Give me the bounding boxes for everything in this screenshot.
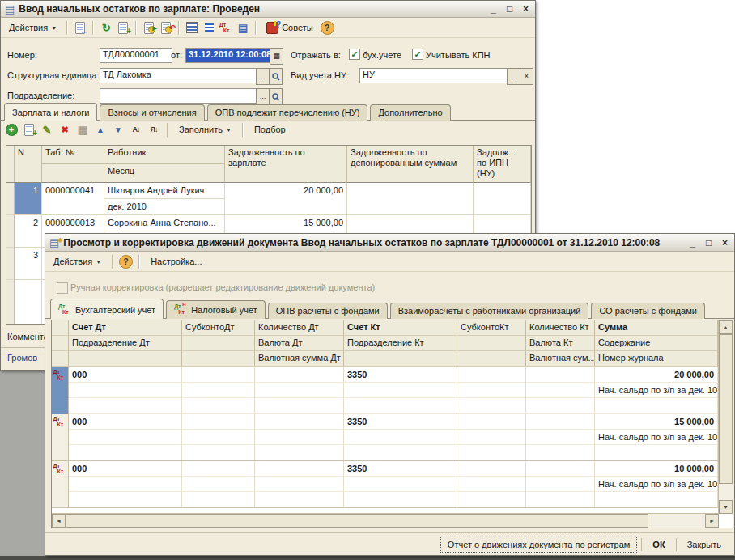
actions-menu-button[interactable]: Действия ▼ <box>49 254 106 269</box>
add-row-icon[interactable]: + <box>4 122 19 137</box>
tab-tax-accounting[interactable]: ДтНКт Налоговый учет <box>166 300 266 319</box>
document-toolbar: Действия ▼ ← ↻ + ► ↶ ДтКт ▤ ? Советы ? <box>1 18 535 38</box>
list-settings-icon[interactable] <box>202 20 216 35</box>
move-down-icon[interactable]: ▼ <box>111 122 125 137</box>
manual-correction-checkbox[interactable] <box>57 282 68 294</box>
number-label: Номер: <box>7 50 37 60</box>
movements-table[interactable]: Счет Дт СубконтоДт Количество Дт Счет Кт… <box>51 320 733 528</box>
minimize-button[interactable]: _ <box>488 3 499 15</box>
button-divider <box>676 538 677 551</box>
tab-opv-transfer[interactable]: ОПВ подлежит перечислению (НУ) <box>207 104 368 121</box>
tab-contributions[interactable]: Взносы и отчисления <box>100 104 204 121</box>
kpn-checkbox[interactable]: ✓ <box>412 49 423 60</box>
movement-row[interactable]: ДтКт 000 3350 20 000,00 Нач. сальдо по з… <box>52 367 733 414</box>
movements-table-header: Счет Дт СубконтоДт Количество Дт Счет Кт… <box>52 320 733 367</box>
pick-button[interactable]: Подбор <box>249 122 291 137</box>
toolbar-separator <box>135 21 137 35</box>
ok-button[interactable]: ОК <box>646 537 671 552</box>
accounting-checkbox-label: бух.учете <box>363 50 401 60</box>
row-selector[interactable]: ДтКт <box>52 461 69 507</box>
close-dialog-button[interactable]: Закрыть <box>681 537 728 552</box>
horizontal-scroll-thumb[interactable] <box>66 514 648 528</box>
scroll-left-button[interactable]: ◄ <box>52 514 66 528</box>
movements-toolbar: Действия ▼ ? Настройка... <box>45 252 734 272</box>
movements-title: Просмотр и корректировка движений докуме… <box>63 237 683 248</box>
date-field[interactable]: 31.12.2010 12:00:08 <box>185 48 270 63</box>
calendar-button[interactable]: ▦ <box>270 48 283 65</box>
close-button[interactable]: × <box>520 3 531 15</box>
structural-unit-field[interactable]: ТД Лакомка <box>100 68 257 83</box>
sort-descending-icon[interactable]: Я↓ <box>147 122 161 137</box>
refresh-icon[interactable]: ↻ <box>99 20 113 35</box>
row-selector[interactable]: ДтКт <box>52 367 69 414</box>
dialog-buttons: Отчет о движениях документа по регистрам… <box>45 532 734 555</box>
nu-type-label: Вид учета НУ: <box>291 70 349 80</box>
employees-table-header: N Таб. № РаботникМесяц Задолженность по … <box>6 146 531 183</box>
number-field[interactable]: ТДЛ00000001 <box>100 48 172 63</box>
move-up-icon[interactable]: ▲ <box>93 122 108 137</box>
structural-unit-label: Структурная единица: <box>7 70 99 80</box>
fill-menu-button[interactable]: Заполнить▼ <box>174 122 236 137</box>
nu-type-field[interactable]: НУ <box>359 68 508 83</box>
dtkt-nu-icon: ДтНКт <box>174 303 188 316</box>
table-row[interactable]: 1 0000000041 Шкляров Андрей Лукичдек. 20… <box>6 183 531 215</box>
tab-settlements-employees[interactable]: Взаиморасчеты с работниками организаций <box>390 303 589 319</box>
department-field[interactable] <box>100 88 257 104</box>
header-debt-salary: Задолженность по зарплате <box>225 146 347 183</box>
vertical-scroll-thumb[interactable] <box>719 334 733 484</box>
magnifier-icon <box>272 93 280 101</box>
kpn-checkbox-label: Учитывать КПН <box>426 50 491 60</box>
maximize-button[interactable]: □ <box>703 237 714 248</box>
scroll-right-button[interactable]: ► <box>705 514 719 528</box>
document-titlebar[interactable]: ▤ Ввод начальных остатков по зарплате: П… <box>1 1 535 18</box>
magnifier-icon <box>272 73 280 81</box>
delete-row-icon[interactable]: ✖ <box>57 122 72 137</box>
accounting-checkbox[interactable]: ✓ <box>349 49 360 60</box>
button-divider <box>641 538 642 551</box>
write-document-icon[interactable]: ← <box>73 20 87 35</box>
save-grid-icon[interactable]: ▦ <box>75 122 90 137</box>
tab-accounting[interactable]: ДтКт Бухгалтерский учет <box>50 299 164 319</box>
movement-row[interactable]: ДтКт 000 3350 15 000,00 Нач. сальдо по з… <box>52 414 733 461</box>
structural-unit-select-button[interactable]: ... <box>256 68 270 85</box>
nu-type-select-button[interactable]: ... <box>507 68 520 85</box>
sort-ascending-icon[interactable]: А↓ <box>129 122 143 137</box>
settings-button[interactable]: Настройка... <box>146 254 206 269</box>
manual-correction-label: Ручная корректировка (разрешает редактир… <box>70 282 375 292</box>
tips-button[interactable]: ? Советы <box>261 19 317 36</box>
movements-titlebar[interactable]: ▤◆ Просмотр и корректировка движений док… <box>45 234 734 252</box>
header-debt-deposited: Задолженность по депонированным суммам <box>347 146 474 183</box>
caret-down-icon: ▼ <box>226 127 232 133</box>
edit-row-icon[interactable]: ✎ <box>40 122 54 137</box>
report-movements-button[interactable]: Отчет о движениях документа по регистрам <box>440 537 638 553</box>
tab-salary-taxes[interactable]: Зарплата и налоги <box>4 103 97 121</box>
structural-unit-search-button[interactable] <box>269 68 283 85</box>
actions-menu-button[interactable]: Действия ▼ <box>4 20 62 35</box>
help-icon[interactable]: ? <box>321 21 334 35</box>
row-selector[interactable]: ДтКт <box>52 414 69 460</box>
post-document-icon[interactable]: ► <box>142 20 156 35</box>
help-icon[interactable]: ? <box>119 255 133 269</box>
dtkt-movements-icon[interactable]: ДтКт <box>219 20 233 35</box>
unpost-document-icon[interactable]: ↶ <box>159 20 173 35</box>
journal-icon[interactable]: ▤ <box>236 20 250 35</box>
list-icon[interactable] <box>185 20 199 35</box>
dtkt-icon: ДтКт <box>58 303 72 316</box>
scroll-up-button[interactable]: ▲ <box>719 320 733 334</box>
vertical-scrollbar[interactable]: ▲ ▼ <box>718 320 733 514</box>
header-debt-ipn: Задолж... по ИПН (НУ) <box>474 146 531 183</box>
tab-opv-funds[interactable]: ОПВ расчеты с фондами <box>268 303 388 319</box>
horizontal-scrollbar[interactable]: ◄ ► <box>52 513 719 528</box>
tab-so-funds[interactable]: СО расчеты с фондами <box>591 303 704 319</box>
scroll-down-button[interactable]: ▼ <box>719 500 733 514</box>
close-button[interactable]: × <box>720 237 730 248</box>
minimize-button[interactable]: _ <box>687 237 698 248</box>
copy-document-icon[interactable]: + <box>116 20 130 35</box>
movement-row[interactable]: ДтКт 000 3350 10 000,00 Нач. сальдо по з… <box>52 461 733 508</box>
tab-additional[interactable]: Дополнительно <box>370 104 450 121</box>
copy-row-icon[interactable]: + <box>22 122 36 137</box>
maximize-button[interactable]: □ <box>504 3 515 15</box>
grid-toolbar: + + ✎ ✖ ▦ ▲ ▼ А↓ Я↓ Заполнить▼ Подбор <box>4 122 291 137</box>
nu-type-clear-button[interactable]: × <box>520 68 533 85</box>
document-tabs: Зарплата и налоги Взносы и отчисления ОП… <box>4 103 451 121</box>
